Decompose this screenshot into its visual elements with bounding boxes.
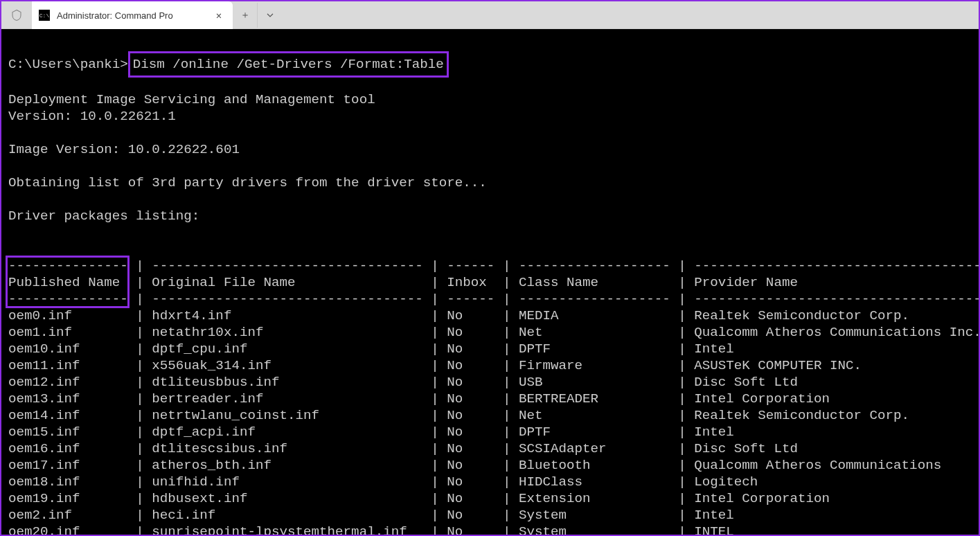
- blank-line: [8, 191, 979, 208]
- tool-version-line: Version: 10.0.22621.1: [8, 108, 979, 125]
- driver-table: --------------- | ----------------------…: [1, 258, 979, 536]
- prompt-line: C:\Users\panki>Dism /online /Get-Drivers…: [8, 54, 979, 75]
- table-row: oem10.inf | dptf_cpu.inf | No | DPTF | I…: [8, 341, 979, 357]
- titlebar: C:\ Administrator: Command Pro ✕ ＋: [1, 1, 979, 29]
- active-tab[interactable]: C:\ Administrator: Command Pro ✕: [32, 1, 233, 29]
- table-header-row: Published Name | Original File Name | In…: [8, 274, 979, 291]
- prompt-path: C:\Users\panki>: [8, 57, 128, 72]
- command-text: Dism /online /Get-Drivers /Format:Table: [133, 57, 444, 72]
- table-row: oem15.inf | dptf_acpi.inf | No | DPTF | …: [8, 424, 979, 440]
- published-name-highlight: [6, 256, 130, 308]
- table-row: oem0.inf | hdxrt4.inf | No | MEDIA | Rea…: [8, 307, 979, 324]
- table-row: oem11.inf | x556uak_314.inf | No | Firmw…: [8, 357, 979, 374]
- table-row: oem1.inf | netathr10x.inf | No | Net | Q…: [8, 324, 979, 341]
- terminal-output[interactable]: C:\Users\panki>Dism /online /Get-Drivers…: [1, 29, 979, 535]
- table-row: oem19.inf | hdbusext.inf | No | Extensio…: [8, 490, 979, 507]
- cmd-icon: C:\: [39, 10, 50, 21]
- image-version-line: Image Version: 10.0.22622.601: [8, 141, 979, 158]
- shield-icon: [1, 1, 32, 28]
- listing-line: Driver packages listing:: [8, 208, 979, 224]
- table-row: oem2.inf | heci.inf | No | System | Inte…: [8, 507, 979, 524]
- table-row: oem16.inf | dtlitescsibus.inf | No | SCS…: [8, 440, 979, 457]
- table-row: oem13.inf | bertreader.inf | No | BERTRE…: [8, 391, 979, 407]
- tab-title: Administrator: Command Pro: [57, 10, 212, 21]
- tool-header-line: Deployment Image Servicing and Managemen…: [8, 91, 979, 108]
- table-divider-top: --------------- | ----------------------…: [8, 258, 979, 274]
- tab-dropdown-button[interactable]: [258, 3, 283, 28]
- table-row: oem14.inf | netrtwlanu_coinst.inf | No |…: [8, 407, 979, 424]
- table-row: oem12.inf | dtliteusbbus.inf | No | USB …: [8, 374, 979, 391]
- blank-line: [8, 224, 979, 241]
- blank-line: [8, 125, 979, 141]
- table-row: oem20.inf | sunrisepoint-lpsystemthermal…: [8, 524, 979, 536]
- close-icon[interactable]: ✕: [212, 8, 226, 22]
- tab-controls: ＋: [233, 1, 283, 28]
- table-row: oem17.inf | atheros_bth.inf | No | Bluet…: [8, 457, 979, 474]
- blank-line: [8, 158, 979, 175]
- blank-line: [8, 241, 979, 258]
- new-tab-button[interactable]: ＋: [233, 3, 258, 28]
- table-row: oem18.inf | unifhid.inf | No | HIDClass …: [8, 474, 979, 490]
- obtaining-line: Obtaining list of 3rd party drivers from…: [8, 175, 979, 191]
- command-highlight: Dism /online /Get-Drivers /Format:Table: [128, 51, 449, 78]
- table-divider-bottom: --------------- | ----------------------…: [8, 291, 979, 307]
